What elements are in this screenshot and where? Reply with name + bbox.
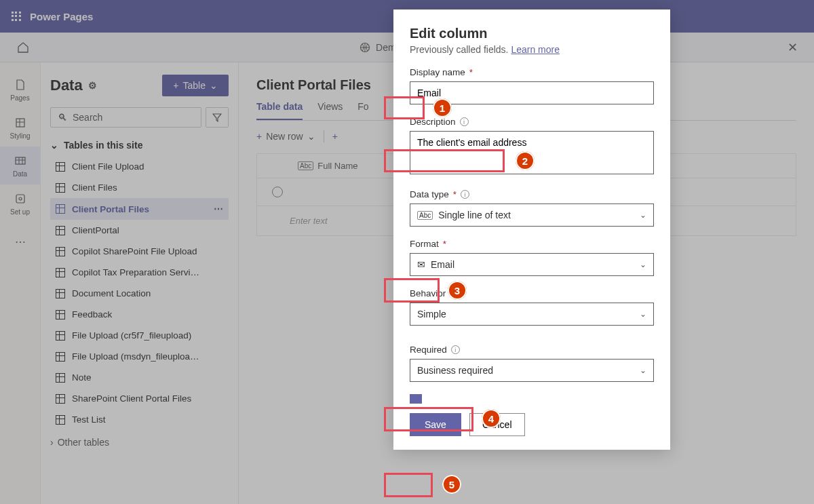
info-icon[interactable]: i <box>451 345 460 354</box>
info-icon[interactable]: i <box>460 117 469 126</box>
chevron-down-icon: ⌄ <box>640 366 646 375</box>
save-button[interactable]: Save <box>410 413 461 436</box>
chevron-down-icon: ⌄ <box>640 260 646 269</box>
required-label: Required i <box>410 345 654 355</box>
info-icon[interactable]: i <box>450 289 459 298</box>
behavior-select[interactable]: Simple ⌄ <box>410 303 654 326</box>
required-select[interactable]: Business required ⌄ <box>410 359 654 382</box>
format-select[interactable]: ✉Email ⌄ <box>410 253 654 276</box>
info-icon[interactable]: i <box>461 190 469 199</box>
chevron-down-icon: ⌄ <box>640 309 646 319</box>
format-label: Format * <box>410 239 654 249</box>
description-label: Description i <box>410 117 654 127</box>
text-type-icon: Abc <box>417 211 433 220</box>
data-type-label: Data type * i <box>410 189 654 199</box>
chevron-down-icon: ⌄ <box>640 210 646 220</box>
edit-column-panel: Edit column Previously called fields. Le… <box>393 9 670 450</box>
display-name-label: Display name * <box>410 67 654 77</box>
description-input[interactable] <box>410 131 654 174</box>
email-icon: ✉ <box>417 259 425 270</box>
panel-title: Edit column <box>410 26 654 41</box>
cancel-button[interactable]: Cancel <box>469 413 525 436</box>
learn-more-link[interactable]: Learn more <box>511 44 560 55</box>
searchable-checkbox[interactable] <box>410 394 422 404</box>
panel-subtitle: Previously called fields. Learn more <box>410 44 654 55</box>
display-name-input[interactable] <box>410 81 654 104</box>
behavior-label: Behavior i <box>410 288 654 298</box>
data-type-select[interactable]: AbcSingle line of text ⌄ <box>410 203 654 227</box>
